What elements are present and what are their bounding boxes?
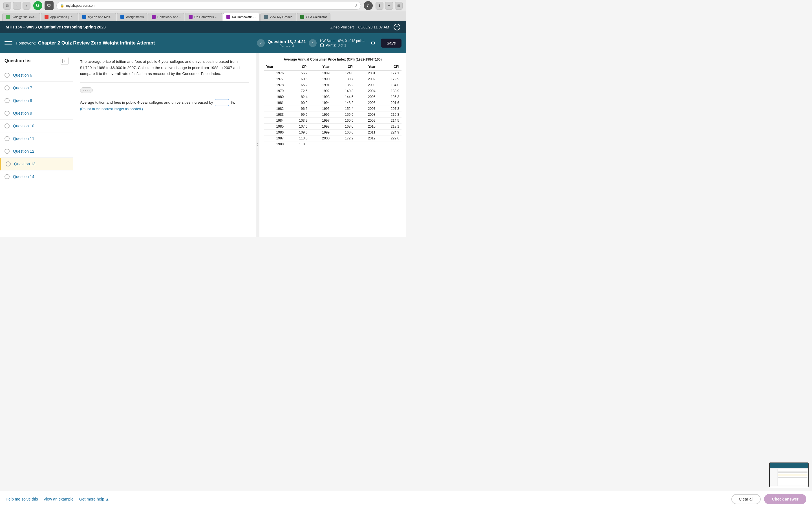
col-year-3: Year	[356, 64, 377, 70]
table-cell-col5: 214.5	[378, 118, 402, 124]
table-cell-col1: 65.2	[286, 82, 310, 88]
homework-prefix: Homework:	[16, 41, 36, 45]
question-item-6[interactable]: Question 6	[0, 69, 73, 82]
reload-icon[interactable]: ↺	[354, 4, 357, 8]
table-header-row: Year CPI Year CPI Year CPI	[264, 64, 402, 70]
question-item-14[interactable]: Question 14	[0, 170, 73, 183]
drag-handle[interactable]: ⋮	[256, 53, 259, 237]
table-cell-col5: 195.3	[378, 94, 402, 100]
window-btn-1[interactable]: ⊡	[3, 2, 11, 10]
sidebar-collapse-btn[interactable]: |←	[61, 57, 68, 65]
table-cell-col0: 1980	[264, 94, 286, 100]
question-item-10[interactable]: Question 10	[0, 120, 73, 132]
hw-score-info: HW Score: 0%, 0 of 18 points Points: 0 o…	[320, 39, 365, 47]
tab-gpa[interactable]: GPA Calculator	[297, 13, 331, 20]
table-cell-col4: 2007	[356, 106, 377, 112]
table-cell-col2: 1993	[310, 94, 332, 100]
table-cell-col3: 152.4	[332, 106, 356, 112]
question-item-7[interactable]: Question 7	[0, 82, 73, 94]
new-tab-btn[interactable]: +	[385, 2, 393, 10]
table-row: 197865.21991136.22003184.0	[264, 82, 402, 88]
table-cell-col2: 1994	[310, 100, 332, 106]
prev-question-btn[interactable]: ‹	[257, 39, 265, 47]
table-cell-col2: 2000	[310, 135, 332, 142]
table-row: 1986109.61999166.62011224.9	[264, 129, 402, 135]
tab-hw2[interactable]: Do Homework -...	[185, 13, 222, 20]
table-cell-col3: 163.0	[332, 124, 356, 129]
question-info: Question 13, 2.4.21 Part 1 of 3	[267, 39, 306, 47]
question-content-area: The average price of tuition and fees at…	[73, 53, 256, 237]
table-cell-col5: 184.0	[378, 82, 402, 88]
table-cell-col2: 1995	[310, 106, 332, 112]
dots-button[interactable]: · · · ·	[80, 87, 93, 93]
question-item-9[interactable]: Question 9	[0, 107, 73, 120]
table-cell-col0: 1987	[264, 135, 286, 142]
settings-button[interactable]: ⚙	[368, 39, 377, 48]
menu-button[interactable]	[4, 39, 12, 47]
table-cell-col3: 130.7	[332, 76, 356, 82]
table-cell-col3: 156.9	[332, 112, 356, 118]
help-button[interactable]: ?	[394, 24, 400, 31]
question-item-12[interactable]: Question 12	[0, 145, 73, 158]
table-cell-col5: 218.1	[378, 124, 402, 129]
tab-bio[interactable]: Biology final exa...	[2, 13, 40, 20]
question-sidebar: Question list |← Question 6 Question 7 Q…	[0, 53, 73, 237]
answer-input[interactable]	[215, 99, 229, 106]
tab-favicon-assign	[120, 15, 124, 19]
table-cell-col2: 1992	[310, 88, 332, 94]
course-title: MTH 154 – W09S Quantitative Reasoning Sp…	[6, 25, 106, 29]
tab-grades[interactable]: View My Grades	[260, 13, 296, 20]
table-cell-col3: 148.2	[332, 100, 356, 106]
cpi-table: Year CPI Year CPI Year CPI 197656.919891…	[264, 64, 402, 147]
table-cell-col1: 99.6	[286, 112, 310, 118]
table-cell-col2: 1998	[310, 124, 332, 129]
tab-favicon-app	[45, 15, 49, 19]
tab-applications[interactable]: Applications | R...	[41, 13, 78, 20]
question-item-11[interactable]: Question 11	[0, 132, 73, 145]
tab-mylab[interactable]: MyLab and Mas...	[79, 13, 116, 20]
table-cell-col0: 1976	[264, 70, 286, 76]
table-cell-col2: 1991	[310, 82, 332, 88]
table-cell-col0: 1981	[264, 100, 286, 106]
main-content: Question list |← Question 6 Question 7 Q…	[0, 53, 406, 237]
q9-circle	[4, 111, 10, 116]
table-cell-col5: 207.3	[378, 106, 402, 112]
q10-circle	[4, 123, 10, 128]
nav-back[interactable]: ‹	[13, 2, 21, 10]
col-cpi-1: CPI	[286, 64, 310, 70]
tab-favicon-bio	[6, 15, 10, 19]
table-cell-col0: 1983	[264, 112, 286, 118]
q6-circle	[4, 73, 10, 78]
share-btn[interactable]: ⬆	[375, 2, 384, 10]
nav-forward[interactable]: ›	[22, 2, 31, 10]
table-row: 198296.51995152.42007207.3	[264, 106, 402, 112]
answer-prefix: Average tuition and fees in public 4-yea…	[80, 100, 213, 105]
profile-icon[interactable]: ℏ	[364, 1, 373, 10]
save-button[interactable]: Save	[381, 39, 402, 48]
extension-icon-2[interactable]: 🛡	[45, 1, 54, 10]
hw-nav: ‹ Question 13, 2.4.21 Part 1 of 3 ›	[257, 39, 317, 47]
tab-favicon-hw2	[189, 15, 193, 19]
table-cell-col1: 107.6	[286, 124, 310, 129]
question-item-8[interactable]: Question 8	[0, 94, 73, 107]
next-question-btn[interactable]: ›	[309, 39, 317, 47]
url-bar[interactable]: 🔒 mylab.pearson.com ↺	[56, 2, 361, 10]
table-cell-col4: 2006	[356, 100, 377, 106]
points-circle	[320, 43, 324, 47]
question-item-13[interactable]: Question 13	[0, 158, 73, 170]
app-header: MTH 154 – W09S Quantitative Reasoning Sp…	[0, 21, 406, 33]
table-row: 197972.61992140.32004188.9	[264, 88, 402, 94]
question-text: The average price of tuition and fees at…	[80, 59, 249, 77]
hw-score-label: HW Score:	[320, 39, 336, 43]
extension-icon-1[interactable]: G	[33, 1, 42, 10]
tab-hw3[interactable]: Do Homework -...	[223, 13, 260, 20]
table-cell-col1: 72.6	[286, 88, 310, 94]
table-cell-col3	[332, 142, 356, 147]
table-cell-col5	[378, 142, 402, 147]
q11-circle	[4, 136, 10, 141]
points-value: 0 of 1	[338, 43, 346, 47]
question-part: Part 1 of 3	[267, 44, 306, 47]
sidebar-btn[interactable]: ⊞	[395, 2, 403, 10]
tab-hw1[interactable]: Homework and...	[148, 13, 185, 20]
tab-assignments[interactable]: Assignments	[117, 13, 147, 20]
